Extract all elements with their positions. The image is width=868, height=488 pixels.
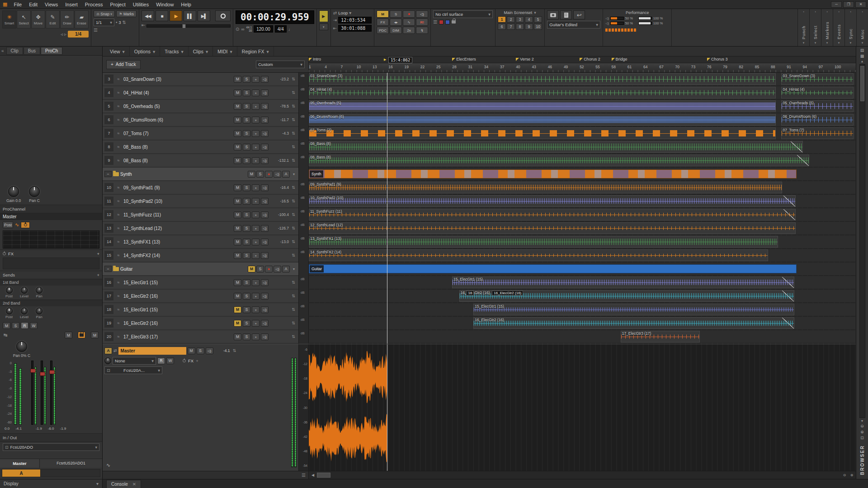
input-echo-button[interactable]: ◁) bbox=[274, 266, 281, 272]
mono-button-2[interactable]: M bbox=[91, 332, 99, 338]
audio-clip[interactable]: 09_SynthPad1 (9) bbox=[309, 182, 782, 193]
solo-button[interactable]: S bbox=[243, 225, 250, 232]
chevron-down-icon[interactable]: ▾ bbox=[534, 10, 536, 15]
output-select[interactable]: ⊡FcsU20A...▾ bbox=[104, 366, 162, 374]
timeline-ruler[interactable]: IntroElecEntersVerse 2Chorus 2BridgeChor… bbox=[309, 56, 856, 72]
track-row-17[interactable]: 17≈16_ElecGtr2 (16)MS●◁)⇅ bbox=[103, 290, 298, 302]
track-row-10[interactable]: 10≈09_SynthPad1 (9)MS●◁)-16.4⇅ bbox=[103, 181, 298, 194]
fx-bin[interactable] bbox=[3, 258, 99, 269]
audio-clip[interactable]: 08_Bass (8) bbox=[309, 155, 809, 166]
input-echo-button[interactable]: ◁) bbox=[261, 239, 269, 245]
solo-button[interactable]: S bbox=[243, 306, 250, 313]
mute-button[interactable]: M bbox=[234, 225, 241, 232]
grid-icon[interactable]: ▩ bbox=[860, 54, 864, 58]
menu-edit[interactable]: Edit bbox=[25, 1, 41, 8]
menu-window[interactable]: Window bbox=[152, 1, 177, 8]
mute-button[interactable]: M bbox=[234, 306, 241, 313]
mute-button[interactable]: M bbox=[234, 117, 241, 123]
capture-screenset-button[interactable] bbox=[547, 10, 559, 19]
track-row-19[interactable]: 19≈16_ElecGtr2 (16)MS●◁)⇅ bbox=[103, 317, 298, 329]
arm-button[interactable]: ● bbox=[265, 171, 273, 178]
pan-knob-large[interactable]: Pan 0% C bbox=[0, 339, 43, 360]
eq-display[interactable] bbox=[3, 230, 99, 249]
pan-knob[interactable] bbox=[104, 357, 111, 364]
solo-button[interactable]: S bbox=[243, 239, 250, 245]
input-echo-button[interactable]: ◁) bbox=[261, 117, 269, 123]
clips-pane[interactable]: 03_SnareDown (3)03_SnareDown (3)04_HiHat… bbox=[309, 73, 856, 344]
audio-clip[interactable]: 12_SynthLead (12) bbox=[309, 222, 796, 234]
expand-button[interactable]: ▾ bbox=[319, 23, 328, 30]
matrix-button-s[interactable]: S bbox=[390, 10, 402, 18]
inspector-tab-clip[interactable]: Clip bbox=[6, 47, 23, 55]
audio-clip[interactable]: 03_SnareDown (3) bbox=[309, 73, 776, 85]
trim-spinner[interactable]: ⇅ bbox=[290, 212, 297, 217]
arm-button[interactable]: ● bbox=[252, 184, 259, 191]
input-echo-button[interactable]: ◁) bbox=[261, 293, 269, 300]
add-fx-button[interactable]: + bbox=[196, 358, 198, 363]
matrix-button-icon[interactable]: ◂▸ bbox=[390, 19, 402, 26]
fader[interactable] bbox=[50, 361, 56, 425]
lock-button[interactable] bbox=[78, 332, 85, 338]
marker-chorus-2[interactable]: Chorus 2 bbox=[580, 57, 600, 61]
arm-button[interactable]: ● bbox=[252, 198, 259, 205]
solo-button[interactable]: S bbox=[243, 279, 250, 286]
input-echo-button[interactable]: ◁) bbox=[274, 171, 281, 178]
fader[interactable] bbox=[31, 361, 37, 425]
mute-button[interactable]: M bbox=[234, 130, 241, 137]
menu-project[interactable]: Project bbox=[107, 1, 129, 8]
automation-mode-button[interactable]: A bbox=[104, 347, 112, 354]
zoom-fit-button[interactable]: ⊡ bbox=[860, 436, 864, 440]
matrix-button-m[interactable]: M bbox=[377, 10, 389, 18]
display-select[interactable]: Display ▾ bbox=[0, 479, 103, 488]
matrix-button-dim[interactable]: DIM bbox=[390, 27, 402, 34]
stereo-width-icon[interactable]: ↹ bbox=[4, 333, 7, 338]
arm-button[interactable]: ● bbox=[252, 117, 259, 123]
master-wave-area[interactable] bbox=[309, 344, 856, 471]
screenset-1[interactable]: 1 bbox=[498, 16, 506, 23]
collapse-icon[interactable]: « bbox=[1, 48, 4, 53]
matrix-button-icon[interactable]: ● bbox=[403, 10, 415, 18]
scroll-left-button[interactable]: ◀ bbox=[310, 473, 316, 477]
trim-spinner[interactable]: ⇅ bbox=[290, 280, 297, 285]
m-button[interactable]: M bbox=[3, 322, 10, 329]
menu-midi[interactable]: MIDI▾ bbox=[213, 47, 237, 56]
fader-cap[interactable] bbox=[49, 370, 55, 374]
prev-duration-icon[interactable]: ◃ bbox=[61, 32, 63, 37]
gain-knob[interactable]: Gain 0.0 bbox=[6, 186, 21, 203]
arm-button[interactable]: ● bbox=[252, 320, 259, 327]
audio-clip[interactable]: 17_ElecGtr3 (17) bbox=[621, 331, 700, 343]
mute-button[interactable]: M bbox=[248, 171, 255, 178]
folder-composite-clip[interactable]: Synth bbox=[309, 169, 797, 178]
input-select[interactable]: None▾ bbox=[113, 357, 156, 365]
input-echo-button[interactable]: ◁) bbox=[261, 144, 269, 150]
collapsed-module-sync[interactable]: ▪Sync▾ bbox=[844, 9, 856, 46]
collapsed-module-events[interactable]: ▪Events▾ bbox=[833, 9, 844, 46]
close-icon[interactable]: ✕ bbox=[132, 482, 136, 487]
layout-icon[interactable]: ▤ bbox=[860, 48, 864, 52]
fader-cap[interactable] bbox=[40, 372, 45, 376]
screenset-9[interactable]: 9 bbox=[525, 23, 533, 30]
marker-intro[interactable]: Intro bbox=[309, 57, 321, 61]
mono-button[interactable]: M bbox=[65, 332, 72, 338]
collapsed-module-punch[interactable]: ▪Punch▾ bbox=[797, 9, 809, 46]
menu-views[interactable]: Views bbox=[41, 1, 61, 8]
band-knob-post[interactable]: Post bbox=[5, 287, 13, 298]
arm-button[interactable]: ● bbox=[252, 76, 259, 83]
menu-options[interactable]: Options▾ bbox=[130, 47, 160, 56]
s-button[interactable]: S bbox=[12, 322, 19, 329]
arm-button[interactable]: ● bbox=[252, 225, 259, 232]
mute-button[interactable]: M bbox=[234, 211, 241, 218]
trim-spinner[interactable]: ⇅ bbox=[290, 239, 297, 244]
menu-file[interactable]: File bbox=[10, 1, 25, 8]
solo-button[interactable]: S bbox=[256, 266, 264, 272]
arm-button[interactable]: ● bbox=[252, 89, 259, 96]
fx-power-icon[interactable] bbox=[3, 251, 6, 256]
audio-clip[interactable]: 06_DrumsRoom (6) bbox=[781, 114, 854, 126]
track-row-12[interactable]: 12≈11_SynthFuzz (11)MS●◁)-100.4⇅ bbox=[103, 208, 298, 221]
fader-cap[interactable] bbox=[30, 369, 36, 373]
input-echo-button[interactable]: ◁) bbox=[261, 157, 269, 164]
mute-button[interactable]: M bbox=[234, 144, 241, 150]
tool-select[interactable]: ↖Select bbox=[17, 10, 31, 28]
mute-button[interactable]: M bbox=[234, 239, 241, 245]
control-surface-select[interactable]: No ctrl surface▾ bbox=[433, 10, 493, 18]
